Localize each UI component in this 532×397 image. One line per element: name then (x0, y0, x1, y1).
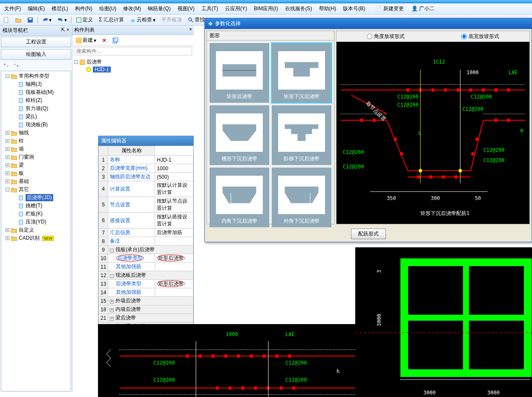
menu-extra-0[interactable]: 📄 新建变更 (373, 4, 406, 13)
tree-node[interactable]: 筏板基础(M) (2, 88, 70, 96)
define-btn[interactable]: 定义 (74, 15, 95, 24)
tree-node[interactable]: -常用构件类型 (2, 72, 70, 80)
radio-angle-slope[interactable]: 角度放坡形式 (367, 33, 405, 40)
menu-item-4[interactable]: 绘图(U) (97, 4, 119, 13)
prop-value[interactable]: 1000 (155, 164, 193, 173)
prop-group[interactable]: +内墙后浇带 (108, 305, 193, 314)
menu-item-1[interactable]: 编辑(E) (25, 4, 47, 13)
tree-node[interactable]: +墙 (2, 145, 70, 153)
cloud-check-btn[interactable]: 云检查▾ (128, 15, 157, 24)
prop-value[interactable]: 后浇带加筋 (155, 229, 193, 237)
expander-icon[interactable]: + (6, 236, 9, 240)
prop-group[interactable]: +外墙后浇带 (108, 297, 193, 305)
prop-group[interactable]: +梁后浇带 (108, 314, 193, 322)
tab-project-settings[interactable]: 工程设置 (1, 37, 71, 47)
menu-item-0[interactable]: 文件(F) (2, 4, 23, 13)
tree-node[interactable]: 框柱(Z) (2, 96, 70, 104)
prop-value[interactable]: HJD-1 (155, 156, 193, 164)
delete-icon[interactable]: ✕ (101, 37, 108, 44)
undo-icon[interactable]: ▾ (40, 16, 53, 24)
menu-item-6[interactable]: 钢筋量(Q) (145, 4, 173, 13)
new-component-btn[interactable]: 新建 ▾ (74, 36, 98, 45)
prop-value[interactable]: (500) (155, 173, 193, 181)
tree-node[interactable]: 后浇带(JD) (2, 194, 70, 202)
tree-node[interactable]: +基础 (2, 177, 70, 185)
menu-item-2[interactable]: 楼层(L) (49, 4, 71, 13)
menu-item-7[interactable]: 视图(V) (175, 4, 197, 13)
redo-icon[interactable]: ▾ (56, 16, 69, 24)
copy-icon[interactable] (111, 37, 120, 44)
shape-option-1[interactable]: 矩形下沉后浇带 (272, 43, 331, 103)
tree-node[interactable]: 现浇板(B) (2, 121, 70, 129)
expander-icon[interactable]: + (6, 139, 9, 143)
tree-node[interactable]: 栏板(K) (2, 210, 70, 218)
prop-value[interactable] (155, 263, 193, 271)
tree-node[interactable]: +门窗洞 (2, 153, 70, 161)
shape-option-2[interactable]: 槽形下沉后浇带 (210, 105, 269, 165)
shape-option-5[interactable]: 外角下沉后浇带 (272, 168, 331, 227)
expander-icon[interactable]: - (74, 60, 78, 64)
tree-node[interactable]: 挑檐(T) (2, 202, 70, 210)
cad-plan-view[interactable]: 3000 3000 3000 1200 3 (355, 247, 532, 397)
expander-icon[interactable]: + (6, 180, 9, 183)
expander-icon[interactable]: - (6, 188, 9, 191)
expander-icon[interactable]: + (6, 147, 9, 151)
menu-item-10[interactable]: BIM应用(I) (251, 4, 281, 13)
open-icon[interactable] (14, 16, 23, 24)
expander-icon[interactable]: + (6, 228, 9, 232)
menu-item-13[interactable]: 版本号(B) (340, 4, 368, 13)
prop-value[interactable]: 按默认节点设置计算 (155, 197, 193, 213)
pin-icon[interactable]: ⇱ × (61, 27, 69, 34)
expand-all-icon[interactable]: ⁺₋ (2, 61, 10, 69)
menu-item-9[interactable]: 云应用(Y) (222, 4, 250, 13)
expander-icon[interactable]: + (6, 171, 9, 175)
expander-icon[interactable]: - (6, 74, 9, 78)
shape-option-3[interactable]: 阶梯下沉后浇带 (272, 105, 331, 165)
search-input[interactable] (74, 47, 192, 55)
shape-option-0[interactable]: 矩形后浇带 (210, 43, 269, 103)
dialog-title-bar[interactable]: ✥ 参数化选择 (205, 18, 532, 29)
expander-icon[interactable]: + (6, 155, 9, 159)
menu-item-5[interactable]: 修改(M) (121, 4, 144, 13)
prop-group[interactable]: -筏板(承台)后浇带 (108, 246, 193, 254)
prop-value[interactable]: 矩形后浇带 (155, 280, 193, 288)
rebar-form-button[interactable]: 配筋形式 (351, 229, 386, 239)
tree-node[interactable]: +轴线 (2, 129, 70, 137)
find-btn[interactable]: 查找 (186, 15, 207, 24)
menu-item-12[interactable]: 帮助(H) (316, 4, 339, 13)
tree-node[interactable]: +柱 (2, 137, 70, 145)
shape-option-4[interactable]: 内角下沉后浇带 (210, 168, 269, 227)
component-hjd1[interactable]: HJD-1 (93, 67, 111, 72)
sum-btn[interactable]: Σ 汇总计算 (97, 15, 126, 24)
expander-icon[interactable]: + (6, 131, 9, 135)
prop-value[interactable] (155, 288, 193, 297)
menu-item-11[interactable]: 在线服务(S) (282, 4, 315, 13)
tree-node[interactable]: +自定义 (2, 226, 70, 234)
tree-node[interactable]: -其它 (2, 185, 70, 194)
expander-icon[interactable]: + (6, 163, 9, 167)
component-instance-tree[interactable]: -后浇带 HJD-1 (72, 56, 194, 75)
menu-extra-1[interactable]: 👤 广小二 (409, 4, 437, 13)
tree-node[interactable]: 轴网(J) (2, 80, 70, 88)
tab-draw-input[interactable]: 绘图输入 (1, 49, 71, 60)
collapse-all-icon[interactable]: ⁻₊ (12, 61, 20, 69)
menu-item-3[interactable]: 构件(N) (72, 4, 95, 13)
tree-node[interactable]: 梁(L) (2, 113, 70, 121)
prop-group[interactable]: -现浇板后浇带 (108, 271, 193, 280)
tree-node[interactable]: 压顶(YD) (2, 218, 70, 226)
menu-item-8[interactable]: 工具(T) (199, 4, 221, 13)
tree-node[interactable]: 剪力墙(Q) (2, 104, 70, 113)
prop-value[interactable]: 按默认搭接设置计算 (155, 213, 193, 229)
component-type-tree[interactable]: -常用构件类型轴网(J)筏板基础(M)框柱(Z)剪力墙(Q)梁(L)现浇板(B)… (1, 71, 71, 391)
new-file-icon[interactable] (2, 16, 11, 24)
prop-value[interactable] (155, 237, 193, 246)
tree-node[interactable]: +CAD识别NEW (2, 234, 70, 242)
save-icon[interactable] (26, 16, 35, 24)
tree-node[interactable]: +板 (2, 169, 70, 177)
tree-node[interactable]: +梁 (2, 161, 70, 169)
level-top-btn[interactable]: 平齐板顶 (160, 15, 184, 24)
tree-node-label[interactable]: 后浇带 (86, 58, 102, 66)
prop-value[interactable]: 矩形后浇带 (155, 254, 193, 263)
prop-value[interactable]: 按默认计算设置计算 (155, 181, 193, 197)
radio-width-slope[interactable]: 底宽放坡形式 (461, 33, 499, 40)
